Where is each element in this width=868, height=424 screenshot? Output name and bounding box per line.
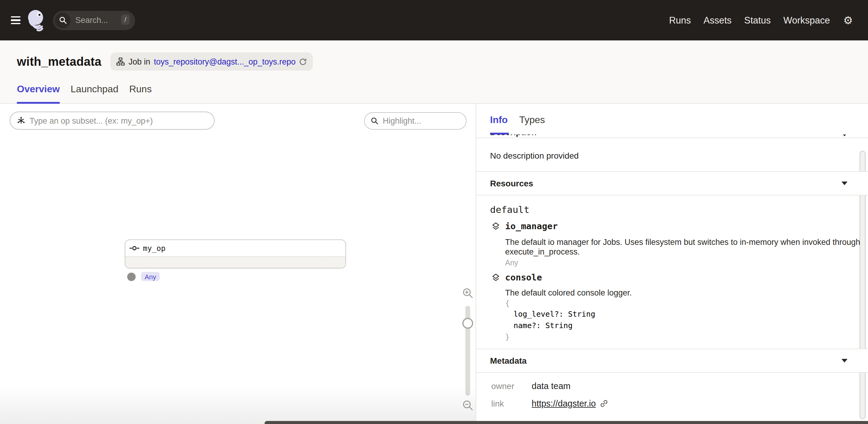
config-schema-open-brace: { — [505, 298, 510, 309]
config-field-type: : String — [559, 309, 595, 319]
search-icon — [55, 12, 70, 28]
navbar-left: Search... / — [0, 9, 135, 32]
nav-link-runs[interactable]: Runs — [669, 15, 691, 26]
dagster-app: Search... / Runs Assets Status Workspace… — [0, 0, 868, 424]
resource-name: io_manager — [505, 221, 558, 231]
resources-title: Resources — [490, 179, 533, 188]
resource-layers-icon — [491, 273, 500, 282]
resource-layers-icon — [491, 222, 500, 231]
config-field-name[interactable]: log_level — [514, 309, 554, 319]
zoom-slider-thumb[interactable] — [462, 318, 473, 329]
op-node-my-op[interactable]: my_op — [125, 239, 346, 268]
output-port-dot — [127, 273, 135, 281]
top-navbar: Search... / Runs Assets Status Workspace… — [0, 0, 868, 40]
metadata-title: Metadata — [490, 356, 527, 365]
highlight-input[interactable]: Highlight... — [364, 112, 467, 130]
page-header: with_metadata Job in toys_repository@dag… — [0, 40, 868, 104]
description-caret-icon[interactable] — [841, 134, 847, 136]
tab-overview[interactable]: Overview — [17, 84, 60, 103]
highlight-placeholder: Highlight... — [383, 116, 421, 125]
search-shortcut-key: / — [121, 14, 130, 25]
info-panel-tabs: Info Types — [476, 104, 868, 134]
zoom-in-icon[interactable] — [462, 288, 473, 299]
metadata-row-owner: owner data team — [491, 381, 570, 391]
bottom-shade — [0, 385, 475, 424]
menu-icon[interactable] — [11, 16, 21, 24]
screen: Search... / Runs Assets Status Workspace… — [0, 0, 868, 424]
global-search-input[interactable]: Search... / — [53, 10, 135, 30]
config-field-log-level: log_level?: String — [514, 309, 595, 319]
job-badge-prefix: Job in — [128, 57, 150, 66]
metadata-link-value[interactable]: https://dagster.io — [532, 399, 596, 408]
description-section-header[interactable]: Description — [476, 134, 868, 138]
navbar-links: Runs Assets Status Workspace ⚙ — [669, 15, 868, 26]
dagster-logo-icon[interactable] — [27, 9, 45, 32]
op-subset-input[interactable]: Type an op subset... (ex: my_op+) — [10, 112, 215, 130]
info-tab-underline — [490, 133, 509, 134]
config-field-name-row: name?: String — [514, 321, 572, 330]
tab-runs[interactable]: Runs — [129, 84, 152, 103]
op-subset-placeholder: Type an op subset... (ex: my_op+) — [30, 116, 153, 125]
op-selector-icon — [17, 116, 25, 125]
resource-console: console — [491, 273, 542, 282]
page-tabs: Overview Launchpad Runs — [17, 84, 152, 103]
tab-info[interactable]: Info — [490, 115, 508, 125]
description-body: No description provided — [490, 151, 579, 160]
resource-description: The default colored console logger. — [505, 288, 632, 298]
output-type-badge[interactable]: Any — [141, 272, 160, 281]
sidebar-info-panel: Info Types Description No description pr… — [475, 104, 868, 424]
job-badge: Job in toys_repository@dagst..._op_toys.… — [110, 53, 313, 70]
title-row: with_metadata Job in toys_repository@dag… — [0, 40, 868, 70]
metadata-key: owner — [491, 381, 532, 391]
highlight-search-icon — [371, 117, 378, 125]
nav-link-workspace[interactable]: Workspace — [783, 15, 830, 26]
resource-type: Any — [505, 259, 518, 267]
op-node-output-section — [125, 256, 345, 268]
resource-io-manager: io_manager — [491, 221, 558, 231]
config-field-name[interactable]: name — [514, 321, 532, 330]
zoom-out-icon[interactable] — [462, 400, 473, 411]
nav-link-status[interactable]: Status — [744, 15, 771, 26]
metadata-row-link: link https://dagster.io — [491, 399, 609, 408]
config-schema-close-brace: } — [505, 332, 510, 342]
description-title: Description — [490, 134, 536, 137]
settings-gear-icon[interactable]: ⚙ — [843, 15, 853, 26]
resources-caret-icon[interactable] — [841, 182, 847, 185]
tab-launchpad[interactable]: Launchpad — [70, 84, 118, 103]
reload-repository-icon[interactable] — [299, 58, 307, 65]
info-panel-content: Description No description provided Reso… — [476, 134, 868, 424]
metadata-caret-icon[interactable] — [841, 359, 847, 362]
page-title: with_metadata — [17, 55, 101, 68]
tab-types[interactable]: Types — [519, 115, 545, 125]
metadata-value: data team — [532, 381, 570, 391]
job-graph-icon — [116, 57, 125, 66]
resource-description: The default io manager for Jobs. Uses fi… — [505, 238, 868, 257]
op-graph-panel: Type an op subset... (ex: my_op+) Highli… — [0, 104, 475, 424]
repository-link[interactable]: toys_repository@dagst..._op_toys.repo — [154, 57, 296, 66]
external-link-icon[interactable] — [600, 399, 609, 408]
nav-link-assets[interactable]: Assets — [704, 15, 732, 26]
search-placeholder: Search... — [75, 16, 108, 25]
main-content: Type an op subset... (ex: my_op+) Highli… — [0, 104, 868, 424]
resource-group-name: default — [490, 205, 530, 215]
metadata-key: link — [491, 399, 532, 408]
resource-name: console — [505, 273, 542, 282]
op-node-name: my_op — [143, 244, 165, 253]
op-icon — [130, 245, 139, 251]
op-node-name-row: my_op — [125, 240, 345, 256]
config-field-type: : String — [536, 321, 572, 330]
resources-section-header[interactable]: Resources — [476, 171, 868, 195]
metadata-section-header[interactable]: Metadata — [476, 349, 868, 373]
